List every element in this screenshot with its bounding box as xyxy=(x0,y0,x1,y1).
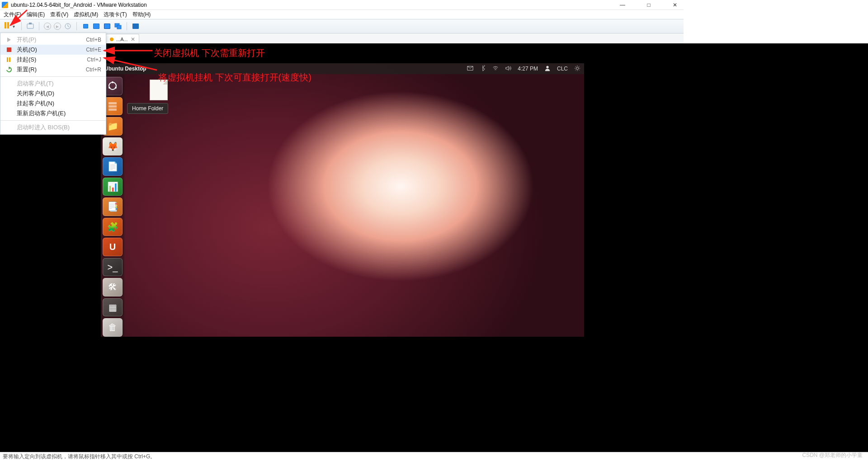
mail-icon[interactable] xyxy=(467,65,473,73)
nav-back-icon[interactable]: ◄ xyxy=(44,23,51,30)
svg-point-6 xyxy=(576,67,578,69)
menu-view[interactable]: 查看(V) xyxy=(50,11,68,19)
vm-tab[interactable]: ...A... ✕ xyxy=(106,34,139,44)
user-name[interactable]: CLC xyxy=(557,66,568,72)
svg-rect-13 xyxy=(108,108,117,111)
pause-icon xyxy=(7,56,11,63)
menu-vm[interactable]: 虚拟机(M) xyxy=(74,11,98,19)
launcher-ubuntu-one[interactable]: U xyxy=(103,238,123,256)
vm-status-dot-icon xyxy=(110,38,113,41)
ubuntu-desktop[interactable]: Ubuntu Desktop 4:27 PM CLC 📁 🦊 📄 📊 📑 🧩 U xyxy=(101,63,584,337)
reset-icon xyxy=(5,66,13,74)
snapshot-icon[interactable] xyxy=(26,22,34,30)
svg-point-5 xyxy=(546,66,548,68)
window-titlebar: ubuntu-12.04.5-64bit_for_Android - VMwar… xyxy=(0,0,684,10)
launcher-workspaces[interactable]: ▦ xyxy=(103,298,123,317)
svg-point-8 xyxy=(112,81,113,83)
volume-icon[interactable] xyxy=(505,65,511,73)
svg-rect-1 xyxy=(29,23,32,24)
vm-tab-close-icon[interactable]: ✕ xyxy=(131,36,135,42)
panel-title: Ubuntu Desktop xyxy=(104,66,146,72)
guest-poweron-item: 启动客户机(T) xyxy=(0,79,106,89)
launcher-impress[interactable]: 📑 xyxy=(103,198,123,216)
launcher-terminal[interactable]: >_ xyxy=(103,258,123,277)
window-close[interactable]: ✕ xyxy=(668,2,682,8)
svg-rect-4 xyxy=(117,25,121,29)
window-minimize[interactable]: — xyxy=(616,2,629,8)
screen-mode-2-icon[interactable] xyxy=(92,22,100,30)
file-icon xyxy=(150,80,168,100)
clock-text[interactable]: 4:27 PM xyxy=(518,66,538,72)
window-title: ubuntu-12.04.5-64bit_for_Android - VMwar… xyxy=(11,2,147,8)
launcher-trash[interactable]: 🗑 xyxy=(103,318,123,337)
bios-item: 启动时进入 BIOS(B) xyxy=(0,122,106,132)
svg-point-7 xyxy=(109,82,116,89)
snapshot-clock-icon[interactable] xyxy=(64,22,72,30)
svg-rect-12 xyxy=(108,105,117,108)
guest-suspend-item[interactable]: 挂起客户机(N) xyxy=(0,99,106,108)
screen-mode-1-icon[interactable] xyxy=(81,22,90,30)
suspend-item[interactable]: 挂起(S)Ctrl+J xyxy=(0,55,106,65)
screen-mode-3-icon[interactable] xyxy=(103,22,111,30)
launcher-calc[interactable]: 📊 xyxy=(103,178,123,196)
power-menu: 开机(P)Ctrl+B 关机(O)Ctrl+E 挂起(S)Ctrl+J 重置(R… xyxy=(0,33,106,135)
power-on-item: 开机(P)Ctrl+B xyxy=(0,35,106,45)
ubuntu-top-panel: Ubuntu Desktop 4:27 PM CLC xyxy=(101,63,584,74)
nav-fwd-icon[interactable]: ► xyxy=(54,23,61,30)
power-off-item[interactable]: 关机(O)Ctrl+E xyxy=(0,45,106,55)
menubar: 文件(F) 编辑(E) 查看(V) 虚拟机(M) 选项卡(T) 帮助(H) xyxy=(0,10,684,19)
power-dropdown-button[interactable]: ▾ xyxy=(3,21,17,31)
toolbar: ▾ ◄ ► xyxy=(0,19,684,33)
menu-help[interactable]: 帮助(H) xyxy=(132,11,151,19)
menu-file[interactable]: 文件(F) xyxy=(4,11,21,19)
window-maximize[interactable]: □ xyxy=(642,2,656,8)
bluetooth-icon[interactable] xyxy=(480,65,486,73)
menu-edit[interactable]: 编辑(E) xyxy=(27,11,45,19)
vmware-icon xyxy=(2,2,8,8)
menu-tabs[interactable]: 选项卡(T) xyxy=(104,11,127,19)
launcher-firefox[interactable]: 🦊 xyxy=(103,137,123,156)
play-icon xyxy=(7,38,11,42)
fullscreen-icon[interactable] xyxy=(132,22,140,30)
reset-item[interactable]: 重置(R)Ctrl+R xyxy=(0,65,106,75)
stop-icon xyxy=(7,47,11,52)
launcher-settings[interactable]: 🛠 xyxy=(103,278,123,296)
launcher-tooltip: Home Folder xyxy=(127,103,168,114)
svg-point-9 xyxy=(108,87,110,89)
launcher-software[interactable]: 🧩 xyxy=(103,218,123,236)
vm-tab-label: ...A... xyxy=(116,37,128,42)
svg-rect-0 xyxy=(27,24,33,28)
gear-icon[interactable] xyxy=(574,65,580,73)
svg-point-10 xyxy=(115,87,117,89)
network-icon[interactable] xyxy=(492,65,499,73)
unity-mode-icon[interactable] xyxy=(114,22,122,30)
svg-rect-11 xyxy=(108,102,117,104)
user-icon[interactable] xyxy=(544,65,551,73)
launcher-writer[interactable]: 📄 xyxy=(103,157,123,176)
guest-shutdown-item[interactable]: 关闭客户机(D) xyxy=(0,89,106,99)
guest-restart-item[interactable]: 重新启动客户机(E) xyxy=(0,108,106,118)
